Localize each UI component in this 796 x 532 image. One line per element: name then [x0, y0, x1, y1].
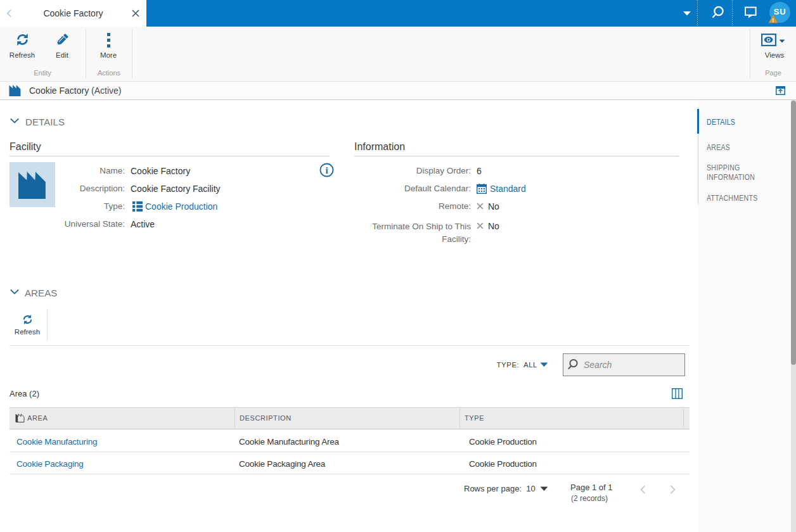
svg-text:!: ! [773, 17, 774, 23]
svg-text:i: i [325, 165, 328, 175]
